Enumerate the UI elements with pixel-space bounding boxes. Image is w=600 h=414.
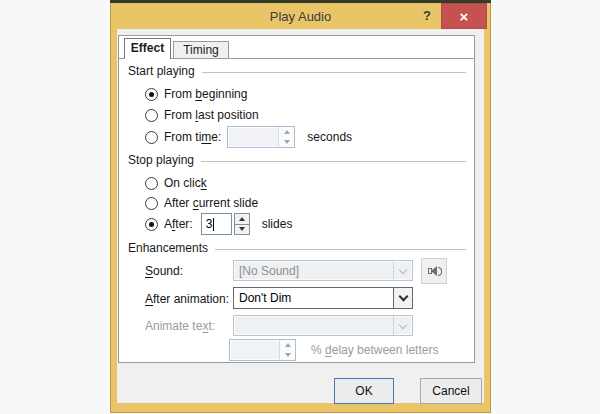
- group-stop-playing: Stop playing: [128, 153, 466, 167]
- ok-button[interactable]: OK: [334, 378, 394, 404]
- after-animation-label: After animation:: [145, 292, 229, 306]
- divider: [202, 72, 466, 73]
- from-time-value: [228, 127, 278, 147]
- after-animation-combobox[interactable]: Don't Dim: [233, 287, 413, 309]
- dropdown-button[interactable]: [393, 288, 412, 308]
- group-title: Stop playing: [128, 153, 194, 167]
- tab-panel: Effect Timing Start playing From beginni…: [118, 35, 475, 363]
- seconds-label: seconds: [307, 130, 352, 144]
- text-caret: [213, 218, 214, 231]
- spin-down-icon[interactable]: [235, 225, 249, 235]
- group-start-playing: Start playing: [128, 64, 466, 78]
- group-enhancements: Enhancements: [128, 241, 466, 255]
- sound-combobox: [No Sound]: [233, 260, 413, 281]
- chevron-down-icon: [399, 265, 407, 273]
- dropdown-button: [393, 261, 412, 280]
- chevron-down-icon: [398, 291, 408, 301]
- spin-down-icon: [279, 137, 294, 147]
- radio-from-time[interactable]: From time: seconds: [145, 126, 352, 148]
- play-audio-dialog: Play Audio ? × Effect Timing Start playi…: [110, 0, 491, 413]
- after-slides-value: 3: [206, 217, 213, 231]
- radio-icon[interactable]: [145, 109, 158, 122]
- sound-value: [No Sound]: [234, 261, 393, 280]
- spin-up-icon[interactable]: [235, 214, 249, 225]
- delay-spinner: [229, 339, 296, 364]
- radio-icon[interactable]: [145, 88, 158, 101]
- spinner-buttons: [278, 127, 294, 147]
- radio-from-beginning[interactable]: From beginning: [145, 84, 247, 104]
- spin-down-icon: [280, 350, 295, 360]
- slides-label: slides: [262, 217, 293, 231]
- cancel-button[interactable]: Cancel: [420, 378, 482, 404]
- radio-from-last-position[interactable]: From last position: [145, 105, 259, 125]
- radio-label: From last position: [164, 108, 259, 122]
- tab-effect[interactable]: Effect: [124, 38, 171, 59]
- delay-between-letters-label: % delay between letters: [311, 343, 438, 357]
- spinner-buttons: [279, 340, 295, 360]
- tab-timing[interactable]: Timing: [173, 41, 229, 59]
- after-slides-spinner[interactable]: 3: [201, 213, 250, 235]
- radio-label: From beginning: [164, 87, 247, 101]
- animate-text-label: Animate text:: [145, 319, 215, 333]
- speaker-icon: [427, 264, 442, 278]
- radio-label: From time:: [164, 130, 221, 144]
- animate-text-value: [234, 316, 393, 335]
- radio-label: After current slide: [164, 196, 258, 210]
- radio-label: After:: [164, 217, 193, 231]
- dropdown-button: [393, 316, 412, 335]
- chevron-down-icon: [399, 320, 407, 328]
- group-title: Start playing: [128, 64, 195, 78]
- from-time-spinner: [227, 126, 295, 148]
- spinner-buttons[interactable]: [234, 213, 250, 235]
- radio-icon[interactable]: [145, 177, 158, 190]
- play-sound-button[interactable]: [421, 258, 447, 284]
- radio-icon[interactable]: [145, 131, 158, 144]
- close-button[interactable]: ×: [441, 3, 487, 29]
- divider: [201, 161, 466, 162]
- delay-value: [230, 340, 279, 360]
- screen: Play Audio ? × Effect Timing Start playi…: [0, 0, 600, 414]
- spin-up-icon: [279, 127, 294, 137]
- after-animation-value: Don't Dim: [234, 288, 393, 308]
- sound-label: Sound:: [145, 264, 183, 278]
- radio-after-slides[interactable]: After: 3 slides: [145, 213, 292, 235]
- close-icon: ×: [460, 8, 469, 25]
- after-slides-input[interactable]: 3: [201, 213, 232, 235]
- radio-icon[interactable]: [145, 218, 158, 231]
- radio-label: On click: [164, 176, 207, 190]
- radio-after-current-slide[interactable]: After current slide: [145, 193, 258, 213]
- help-button[interactable]: ?: [416, 3, 438, 29]
- radio-on-click[interactable]: On click: [145, 173, 207, 193]
- radio-icon[interactable]: [145, 197, 158, 210]
- group-title: Enhancements: [128, 241, 208, 255]
- animate-text-combobox: [233, 315, 413, 336]
- spin-up-icon: [280, 340, 295, 350]
- divider: [215, 249, 466, 250]
